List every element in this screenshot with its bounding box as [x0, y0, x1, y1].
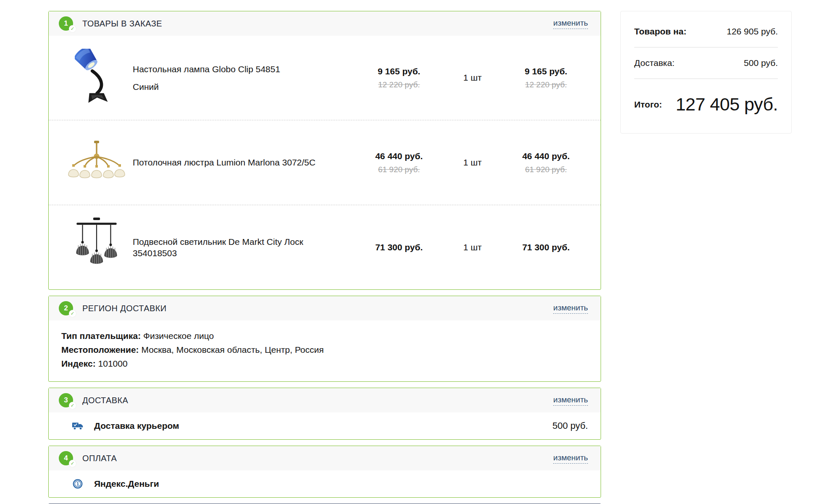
- order-summary-sidebar: Товаров на: 126 905 руб. Доставка: 500 р…: [620, 11, 792, 134]
- product-image-pendant-lamp: [60, 218, 133, 277]
- section-delivery-header: 3 ✓ ДОСТАВКА изменить: [49, 388, 601, 412]
- edit-products-link[interactable]: изменить: [553, 18, 588, 29]
- section-payment: 4 ✓ ОПЛАТА изменить 1 Яндекс.Деньги: [48, 446, 601, 498]
- section-products-title: ТОВАРЫ В ЗАКАЗЕ: [82, 19, 162, 29]
- step-2-number: 2: [64, 304, 68, 312]
- product-variant: Синий: [133, 82, 357, 92]
- delivery-method-price: 500 руб.: [552, 420, 588, 431]
- product-name: Подвесной светильник De Markt City Лоск …: [133, 236, 357, 259]
- summary-total-value: 127 405 руб.: [676, 94, 778, 115]
- product-total-cell: 46 440 руб. 61 920 руб.: [504, 151, 588, 174]
- step-2-badge: 2 ✓: [59, 301, 73, 315]
- zip-label: Индекс:: [61, 359, 96, 368]
- step-1-number: 1: [64, 19, 68, 28]
- product-old-total: 12 220 руб.: [504, 80, 588, 89]
- product-price-cell: 46 440 руб. 61 920 руб.: [357, 151, 441, 174]
- product-price-cell: 71 300 руб.: [357, 242, 441, 252]
- summary-items-label: Товаров на:: [634, 26, 686, 37]
- step-4-badge: 4 ✓: [59, 451, 73, 465]
- product-qty: 1 шт: [441, 158, 504, 168]
- product-old-total: 61 920 руб.: [504, 165, 588, 174]
- section-region: 2 ✓ РЕГИОН ДОСТАВКИ изменить Тип платель…: [48, 296, 601, 382]
- product-name: Настольная лампа Globo Clip 54851: [133, 63, 357, 75]
- pendant-lamp-image: [73, 218, 120, 277]
- table-row: Подвесной светильник De Markt City Лоск …: [49, 205, 601, 289]
- product-price: 46 440 руб.: [357, 151, 441, 161]
- product-old-price: 61 920 руб.: [357, 165, 441, 174]
- check-icon: ✓: [69, 402, 76, 409]
- product-image-desk-lamp: [60, 49, 133, 107]
- location-value: Москва, Московская область, Центр, Росси…: [139, 345, 324, 354]
- product-info: Настольная лампа Globo Clip 54851 Синий: [133, 63, 357, 92]
- step-1-badge: 1 ✓: [59, 16, 73, 31]
- product-qty: 1 шт: [441, 73, 504, 83]
- product-old-price: 12 220 руб.: [357, 80, 441, 89]
- summary-delivery-row: Доставка: 500 руб.: [634, 58, 778, 68]
- summary-delivery-value: 500 руб.: [744, 58, 778, 68]
- table-row: Потолочная люстра Lumion Marlona 3072/5C…: [49, 120, 601, 205]
- product-name: Потолочная люстра Lumion Marlona 3072/5C: [133, 157, 357, 168]
- section-region-title: РЕГИОН ДОСТАВКИ: [82, 304, 167, 313]
- summary-divider: [634, 79, 778, 79]
- section-payment-header: 4 ✓ ОПЛАТА изменить: [49, 446, 601, 470]
- product-info: Потолочная люстра Lumion Marlona 3072/5C: [133, 157, 357, 168]
- order-summary-card: Товаров на: 126 905 руб. Доставка: 500 р…: [620, 11, 792, 134]
- check-icon: ✓: [69, 25, 76, 32]
- location-label: Местоположение:: [61, 345, 139, 354]
- product-qty: 1 шт: [441, 242, 504, 252]
- desk-lamp-image: [75, 49, 118, 107]
- delivery-method-row: Доставка курьером 500 руб.: [49, 412, 601, 439]
- summary-items-row: Товаров на: 126 905 руб.: [634, 26, 778, 37]
- payer-type-row: Тип плательщика: Физическое лицо: [61, 329, 588, 343]
- summary-divider: [634, 47, 778, 47]
- summary-total-label: Итого:: [634, 100, 662, 110]
- edit-region-link[interactable]: изменить: [553, 303, 588, 314]
- zip-row: Индекс: 101000: [61, 357, 588, 370]
- step-3-badge: 3 ✓: [59, 393, 73, 407]
- product-total: 71 300 руб.: [504, 242, 588, 252]
- table-row: Настольная лампа Globo Clip 54851 Синий …: [49, 36, 601, 120]
- payment-method-name: Яндекс.Деньги: [94, 479, 159, 489]
- region-details: Тип плательщика: Физическое лицо Местопо…: [49, 320, 601, 381]
- section-products-header: 1 ✓ ТОВАРЫ В ЗАКАЗЕ изменить: [49, 11, 601, 36]
- location-row: Местоположение: Москва, Московская облас…: [61, 343, 588, 357]
- checkout-main-column: 1 ✓ ТОВАРЫ В ЗАКАЗЕ изменить: [48, 11, 601, 504]
- svg-text:1: 1: [76, 481, 79, 486]
- product-price: 9 165 руб.: [357, 66, 441, 76]
- delivery-method-name: Доставка курьером: [94, 421, 179, 431]
- summary-total-row: Итого: 127 405 руб.: [634, 94, 778, 115]
- product-total: 46 440 руб.: [504, 151, 588, 161]
- summary-delivery-label: Доставка:: [634, 58, 675, 68]
- check-icon: ✓: [69, 310, 76, 317]
- product-info: Подвесной светильник De Markt City Лоск …: [133, 236, 357, 259]
- section-region-header: 2 ✓ РЕГИОН ДОСТАВКИ изменить: [49, 296, 601, 320]
- zip-value: 101000: [96, 359, 128, 368]
- section-products: 1 ✓ ТОВАРЫ В ЗАКАЗЕ изменить: [48, 11, 601, 290]
- product-image-chandelier: [60, 141, 133, 184]
- edit-delivery-link[interactable]: изменить: [553, 395, 588, 406]
- section-payment-title: ОПЛАТА: [82, 454, 117, 463]
- section-delivery-title: ДОСТАВКА: [82, 396, 128, 405]
- edit-payment-link[interactable]: изменить: [553, 453, 588, 464]
- summary-items-value: 126 905 руб.: [727, 26, 778, 37]
- step-3-number: 3: [64, 396, 68, 404]
- step-4-number: 4: [64, 454, 68, 462]
- product-total-cell: 9 165 руб. 12 220 руб.: [504, 66, 588, 89]
- product-total-cell: 71 300 руб.: [504, 242, 588, 252]
- product-total: 9 165 руб.: [504, 66, 588, 76]
- payment-method-row: 1 Яндекс.Деньги: [49, 470, 601, 497]
- chandelier-image: [65, 141, 128, 184]
- truck-icon: [71, 420, 84, 432]
- section-delivery: 3 ✓ ДОСТАВКА изменить Доставка курьером …: [48, 388, 601, 440]
- payer-type-value: Физическое лицо: [141, 331, 214, 341]
- coin-icon: 1: [71, 478, 84, 490]
- product-price-cell: 9 165 руб. 12 220 руб.: [357, 66, 441, 89]
- product-price: 71 300 руб.: [357, 242, 441, 252]
- payer-type-label: Тип плательщика:: [61, 331, 141, 341]
- check-icon: ✓: [69, 460, 76, 467]
